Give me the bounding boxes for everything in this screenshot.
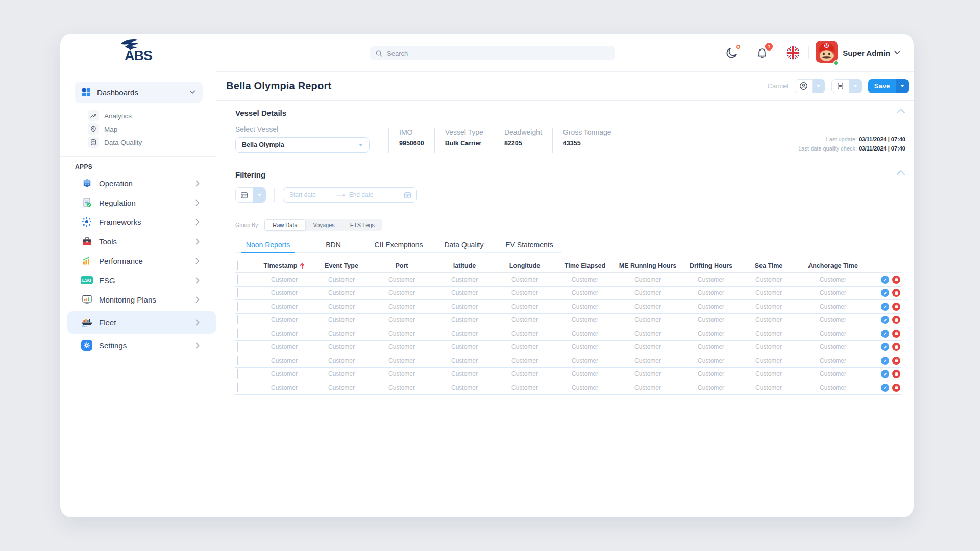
save-button[interactable]: Save	[868, 79, 896, 93]
group-by-option-raw-data[interactable]: Raw Data	[264, 219, 305, 231]
sidebar-item-label: Performance	[99, 257, 143, 265]
sidebar-item-operation[interactable]: Operation	[60, 173, 216, 193]
sidebar-item-dashboards[interactable]: Dashboards	[75, 82, 203, 103]
column-header-port[interactable]: Port	[368, 262, 435, 269]
edit-row-button[interactable]	[881, 370, 889, 378]
collapse-vessel-details-button[interactable]	[896, 108, 905, 115]
cell-port: Customer	[368, 357, 435, 364]
caret-down-icon[interactable]	[849, 79, 862, 93]
notifications-button[interactable]: 1	[754, 44, 770, 61]
row-checkbox[interactable]	[237, 369, 238, 379]
collapse-filtering-button[interactable]	[896, 169, 905, 177]
delete-row-button[interactable]	[892, 384, 900, 392]
edit-row-button[interactable]	[881, 357, 889, 365]
sidebar-item-tools[interactable]: Tools	[60, 232, 216, 251]
cell-me-running-hours: Customer	[614, 384, 681, 391]
cell-time-elapsed: Customer	[556, 370, 614, 378]
delete-row-button[interactable]	[892, 370, 900, 378]
tab-data-quality[interactable]: Data Quality	[431, 237, 497, 253]
search-input[interactable]	[387, 49, 610, 57]
edit-row-button[interactable]	[881, 316, 889, 324]
cell-latitude: Customer	[435, 370, 494, 378]
caret-down-icon[interactable]	[813, 79, 825, 93]
cell-timestamp: Customer	[254, 303, 315, 310]
search-bar[interactable]	[370, 46, 615, 60]
sidebar-subitem-data-quality[interactable]: Data Quality	[60, 136, 216, 149]
column-header-sea-time[interactable]: Sea Time	[741, 262, 797, 269]
row-checkbox[interactable]	[237, 288, 238, 297]
column-header-anchorage-time[interactable]: Anchorage Time	[797, 262, 869, 269]
sidebar-item-performance[interactable]: Performance	[60, 251, 216, 270]
dashboard-grid-icon	[82, 88, 91, 97]
language-button[interactable]	[784, 44, 802, 62]
row-checkbox[interactable]	[237, 342, 238, 352]
end-date-input[interactable]	[349, 191, 394, 198]
edit-row-button[interactable]	[881, 330, 889, 338]
select-all-checkbox[interactable]	[237, 261, 238, 270]
delete-row-button[interactable]	[892, 330, 900, 338]
sidebar-subitem-analytics[interactable]: Analytics	[60, 109, 216, 122]
column-header-label: Port	[396, 262, 408, 269]
abs-logo[interactable]: ABS	[125, 42, 152, 64]
group-by-option-ets-legs[interactable]: ETS Legs	[342, 219, 382, 231]
edit-row-button[interactable]	[881, 303, 889, 311]
calendar-icon	[404, 191, 411, 199]
delete-row-button[interactable]	[892, 289, 900, 297]
cell-drifting-hours: Customer	[681, 276, 741, 283]
calendar-split-button[interactable]	[235, 187, 266, 203]
row-checkbox[interactable]	[237, 356, 238, 365]
sidebar-item-fleet[interactable]: Fleet	[67, 311, 216, 334]
delete-row-button[interactable]	[892, 303, 900, 311]
column-header-me-running-hours[interactable]: ME Running Hours	[614, 262, 681, 269]
cell-longitude: Customer	[494, 316, 556, 323]
cell-me-running-hours: Customer	[614, 343, 681, 350]
tab-noon-reports[interactable]: Noon Reports	[235, 237, 301, 253]
row-checkbox[interactable]	[237, 302, 238, 311]
table-row: CustomerCustomerCustomerCustomerCustomer…	[235, 341, 901, 355]
column-header-time-elapsed[interactable]: Time Elapsed	[556, 262, 614, 269]
group-by-option-voyages[interactable]: Voyages	[306, 219, 342, 231]
column-header-timestamp[interactable]: Timestamp	[254, 262, 315, 269]
row-checkbox[interactable]	[237, 383, 238, 392]
theme-toggle-button[interactable]	[723, 44, 740, 61]
user-menu[interactable]: Super Admin	[843, 48, 900, 57]
column-header-drifting-hours[interactable]: Drifting Hours	[681, 262, 741, 269]
delete-row-button[interactable]	[892, 276, 900, 284]
row-checkbox[interactable]	[237, 329, 238, 338]
edit-row-button[interactable]	[881, 276, 889, 284]
start-date-input[interactable]	[289, 191, 334, 198]
save-caret-button[interactable]	[896, 79, 909, 93]
sidebar-item-settings[interactable]: Settings	[60, 336, 216, 355]
arrow-right-icon: ⟶	[335, 191, 345, 199]
row-checkbox[interactable]	[237, 315, 238, 324]
print-split-button[interactable]	[795, 79, 825, 93]
delete-row-button[interactable]	[892, 343, 900, 351]
sidebar-item-monitoring-plans[interactable]: Monitoring Plans	[60, 290, 216, 309]
column-header-latitude[interactable]: latitude	[435, 262, 494, 269]
sidebar-item-esg[interactable]: ESGESG	[60, 270, 216, 290]
tab-cii-exemptions[interactable]: CII Exemptions	[366, 237, 431, 253]
cell-port: Customer	[368, 370, 435, 378]
table-header-row: TimestampEvent TypePortlatitudeLongitude…	[235, 259, 901, 273]
edit-row-button[interactable]	[881, 343, 889, 351]
user-avatar[interactable]: M	[816, 41, 838, 65]
sidebar-item-regulation[interactable]: Regulation	[60, 193, 216, 212]
vessel-select[interactable]: Bella Olympia	[235, 137, 370, 153]
column-header-event-type[interactable]: Event Type	[315, 262, 368, 269]
tab-bdn[interactable]: BDN	[301, 237, 366, 253]
delete-row-button[interactable]	[892, 357, 900, 365]
sidebar-subitem-map[interactable]: Map	[60, 122, 216, 136]
date-range-picker[interactable]: ⟶	[283, 187, 417, 203]
delete-row-button[interactable]	[892, 316, 900, 324]
edit-row-button[interactable]	[881, 384, 889, 392]
cell-port: Customer	[368, 303, 435, 310]
export-split-button[interactable]	[831, 79, 862, 93]
row-checkbox[interactable]	[237, 274, 238, 284]
cancel-button[interactable]: Cancel	[768, 82, 788, 90]
sidebar-item-frameworks[interactable]: Frameworks	[60, 212, 216, 232]
column-header-longitude[interactable]: Longitude	[494, 262, 556, 269]
tab-ev-statements[interactable]: EV Statements	[497, 237, 562, 253]
caret-down-icon[interactable]	[253, 187, 266, 203]
save-split-button[interactable]: Save	[868, 79, 909, 93]
edit-row-button[interactable]	[881, 289, 889, 297]
